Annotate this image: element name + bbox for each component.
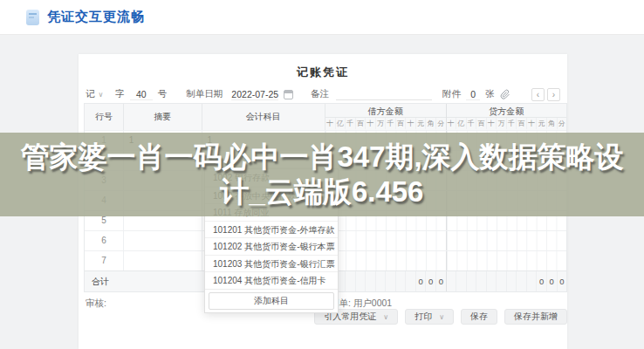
credit-label: 贷方金额	[447, 104, 567, 118]
date-label: 制单日期	[186, 88, 223, 100]
digit-unit: 分	[435, 118, 446, 129]
cell-row-no: 7	[85, 251, 123, 270]
cell-credit[interactable]	[446, 231, 566, 250]
cell-summary[interactable]	[123, 231, 202, 250]
dropdown-item[interactable]: 101204 其他货币资金-信用卡	[205, 271, 338, 289]
cell-row-no: 6	[85, 231, 123, 250]
prev-page-button[interactable]: ‹	[531, 88, 545, 101]
total-digit	[506, 271, 517, 291]
voucher-toolbar: 记 ∨ 字 40 号 制单日期 2022-07-25 备注 附件 0 张 ‹ ›	[86, 86, 560, 103]
voucher-icon	[26, 10, 39, 25]
col-subject: 会计科目	[202, 104, 325, 130]
chevron-down-icon: ∨	[439, 313, 444, 321]
total-digit: 0	[415, 271, 426, 291]
total-digit	[375, 271, 386, 291]
digit-unit: 万	[375, 118, 386, 129]
print-label: 打印	[414, 311, 432, 323]
digit-unit: 百	[476, 118, 486, 129]
credit-digit-units: 十亿千百十万千百十元角分	[447, 118, 567, 129]
watermark-band: 管家婆一肖一码必中一肖347期,深入数据策略设 计_云端版6.456	[0, 133, 644, 216]
voucher-word-value: 记	[86, 88, 95, 100]
digit-unit: 千	[506, 118, 517, 129]
add-subject-button[interactable]: 添加科目	[209, 292, 334, 310]
app-title: 凭证交互更流畅	[47, 9, 145, 25]
dropdown-item[interactable]: 101201 其他货币资金-外埠存款	[205, 221, 338, 238]
preparer-info: 制单: 用户0001	[330, 298, 392, 310]
cell-debit[interactable]	[325, 231, 445, 250]
total-digit	[405, 271, 415, 291]
watermark-text: 管家婆一肖一码必中一肖347期,深入数据策略设	[0, 140, 644, 174]
print-button[interactable]: 打印 ∨	[405, 309, 454, 325]
remark-label: 备注	[311, 88, 329, 100]
digit-unit: 百	[516, 118, 526, 129]
debit-label: 借方金额	[325, 104, 446, 118]
total-digit	[456, 271, 466, 291]
cell-summary[interactable]	[123, 251, 202, 270]
col-credit: 贷方金额 十亿千百十万千百十元角分	[446, 104, 567, 130]
chevron-down-icon: ∨	[99, 91, 104, 99]
cell-credit[interactable]	[446, 251, 566, 270]
digit-unit: 千	[385, 118, 395, 129]
total-debit-cells: 000	[325, 271, 446, 291]
date-input[interactable]: 2022-07-25	[231, 89, 278, 100]
digit-unit: 百	[355, 118, 366, 129]
calendar-icon[interactable]	[284, 90, 293, 99]
screen: 凭证交互更流畅 记账凭证 记 ∨ 字 40 号 制单日期 2022-07-25 …	[0, 0, 644, 349]
action-bar: 引入常用凭证 ∨ 打印 ∨ 保存 保存并新增	[314, 309, 567, 325]
dropdown-item[interactable]: 101202 其他货币资金-银行本票	[205, 237, 338, 255]
total-digit	[365, 271, 375, 291]
review-label: 审核:	[86, 298, 106, 310]
table-header: 行号 摘要 会计科目 借方金额 十亿千百十万千百十元角分 贷方金额 十亿千百十万…	[85, 104, 566, 130]
cell-debit[interactable]	[325, 251, 445, 270]
total-digit	[355, 271, 366, 291]
total-digit	[466, 271, 476, 291]
col-row-no: 行号	[85, 104, 123, 130]
save-new-button[interactable]: 保存并新增	[504, 309, 567, 325]
total-digit	[526, 271, 537, 291]
next-page-button[interactable]: ›	[547, 88, 560, 101]
voucher-word-select[interactable]: 记 ∨	[86, 88, 103, 100]
col-debit: 借方金额 十亿千百十万千百十元角分	[325, 104, 446, 130]
total-digit	[385, 271, 395, 291]
preparer-value: 用户0001	[353, 298, 392, 308]
total-digit: 0	[557, 271, 567, 291]
topbar: 凭证交互更流畅	[0, 0, 644, 35]
total-digit: 0	[425, 271, 435, 291]
remark-input[interactable]	[336, 88, 432, 100]
digit-unit: 万	[496, 118, 506, 129]
paperclip-icon[interactable]	[500, 89, 510, 99]
save-new-label: 保存并新增	[514, 311, 558, 323]
save-label: 保存	[470, 311, 488, 323]
total-digit	[486, 271, 497, 291]
total-digit	[476, 271, 486, 291]
dropdown-footer: 添加科目	[205, 289, 338, 312]
save-button[interactable]: 保存	[461, 309, 497, 325]
digit-unit: 十	[365, 118, 375, 129]
attachment-label: 附件	[442, 88, 461, 100]
digit-unit: 十	[486, 118, 497, 129]
voucher-number-input[interactable]: 40	[130, 89, 153, 100]
total-credit-cells: 000	[446, 271, 567, 291]
digit-unit: 亿	[456, 118, 466, 129]
watermark-text: 计_云端版6.456	[0, 174, 644, 209]
col-summary: 摘要	[123, 104, 202, 130]
attachment-unit: 张	[485, 88, 495, 100]
chevron-down-icon: ∨	[383, 313, 388, 321]
dropdown-item[interactable]: 101203 其他货币资金-银行汇票	[205, 255, 338, 272]
voucher-pager: ‹ ›	[531, 88, 560, 101]
digit-unit: 十	[447, 118, 456, 129]
total-digit	[395, 271, 406, 291]
digit-unit: 元	[415, 118, 426, 129]
attachment-count-input[interactable]: 0	[466, 89, 480, 100]
digit-unit: 千	[345, 118, 355, 129]
voucher-title: 记账凭证	[79, 54, 567, 80]
total-digit	[345, 271, 355, 291]
total-digit	[516, 271, 526, 291]
digit-unit: 分	[557, 118, 567, 129]
total-digit: 0	[435, 271, 446, 291]
voucher-number-suffix: 号	[158, 88, 168, 100]
total-digit	[447, 271, 456, 291]
digit-unit: 角	[546, 118, 557, 129]
total-digit	[496, 271, 506, 291]
total-digit: 0	[546, 271, 557, 291]
